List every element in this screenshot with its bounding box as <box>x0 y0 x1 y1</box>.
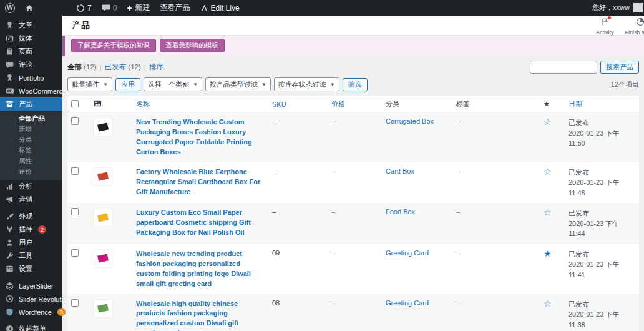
chevron-down-icon: ▼ <box>330 82 335 87</box>
sidebar-item-settings[interactable]: 设置 <box>0 262 62 275</box>
sidebar-item-media[interactable]: 媒体 <box>0 32 62 45</box>
table-row: Factory Wholesale Blue Earphone Rectangu… <box>67 162 639 204</box>
collapse-arrow-icon <box>5 325 14 331</box>
finish-setup-button[interactable]: Finish setup <box>625 17 644 36</box>
search-input[interactable] <box>530 61 597 74</box>
view-product-button[interactable]: 查看产品 <box>155 0 195 16</box>
view-sorting-link[interactable]: 排序 <box>149 63 163 71</box>
sidebar-item-products[interactable]: 产品 <box>0 97 62 111</box>
sidebar-subitem-categories[interactable]: 分类 <box>0 134 62 145</box>
row-checkbox[interactable] <box>71 167 79 175</box>
sidebar-item-slider-revolution[interactable]: Slider Revolution <box>0 292 62 305</box>
update-count: 7 <box>87 4 92 12</box>
product-name-link[interactable]: Factory Wholesale Blue Earphone Rectangu… <box>136 167 265 197</box>
sidebar-item-appearance[interactable]: 外观 <box>0 210 62 223</box>
view-affected-templates-button[interactable]: 查看受影响的模板 <box>160 39 225 52</box>
row-checkbox[interactable] <box>71 249 79 257</box>
stock-status-filter-select[interactable]: 按库存状态过滤▼ <box>274 77 339 91</box>
admin-bar: W 7 0 + 新建 查看产品 Edit Live 您好，xxww <box>0 0 644 16</box>
sidebar-subitem-all-products[interactable]: 全部产品 <box>0 113 62 124</box>
site-home-button[interactable] <box>20 0 39 16</box>
product-type-filter-select[interactable]: 按产品类型过滤▼ <box>205 77 271 91</box>
edit-live-button[interactable]: Edit Live <box>195 0 245 16</box>
sidebar-subitem-tags[interactable]: 标签 <box>0 145 62 156</box>
product-price: – <box>328 112 382 162</box>
product-sku: – <box>268 203 328 244</box>
sidebar-item-label: WooCommerce <box>19 87 66 95</box>
sidebar-item-tools[interactable]: 工具 <box>0 249 62 262</box>
product-price: – <box>328 244 382 294</box>
product-thumbnail[interactable] <box>94 299 112 318</box>
product-category-link[interactable]: Greeting Card <box>386 299 429 307</box>
sidebar-subitem-add-new[interactable]: 新增 <box>0 124 62 134</box>
featured-star-toggle[interactable]: ★ <box>544 249 552 259</box>
product-thumbnail[interactable] <box>94 249 112 268</box>
account-greeting[interactable]: 您好，xxww <box>592 3 630 12</box>
new-content-button[interactable]: + 新建 <box>122 0 155 16</box>
column-header-sku[interactable]: SKU <box>272 101 286 108</box>
sidebar-item-marketing[interactable]: 营销 <box>0 193 62 206</box>
updates-button[interactable]: 7 <box>71 0 97 16</box>
select-all-checkbox[interactable] <box>71 100 79 107</box>
learn-more-templates-button[interactable]: 了解更多关于模板的知识 <box>71 39 156 52</box>
search-products-button[interactable]: 搜索产品 <box>600 61 639 74</box>
sidebar-item-portfolio[interactable]: Portfolio <box>0 71 62 84</box>
product-price: – <box>328 203 382 244</box>
featured-star-toggle[interactable]: ☆ <box>544 167 552 177</box>
column-header-name[interactable]: 名称 <box>136 100 150 107</box>
product-category-link[interactable]: Card Box <box>386 167 414 175</box>
featured-star-toggle[interactable]: ☆ <box>544 117 552 127</box>
activity-button[interactable]: Activity <box>596 17 614 36</box>
sidebar-item-analytics[interactable]: 分析 <box>0 180 62 193</box>
row-checkbox[interactable] <box>71 208 79 215</box>
paintbrush-icon <box>5 212 14 220</box>
sidebar-item-label: 外观 <box>19 212 32 221</box>
sidebar-item-users[interactable]: 用户 <box>0 236 62 249</box>
featured-star-toggle[interactable]: ☆ <box>544 299 552 309</box>
sidebar-item-woocommerce[interactable]: WooCommerce <box>0 84 62 97</box>
status-views: 全部 (12) | 已发布 (12) | 排序 <box>67 62 163 72</box>
product-sku: 09 <box>268 244 328 294</box>
collapse-menu-button[interactable]: 收起菜单 <box>0 322 62 331</box>
product-thumbnail[interactable] <box>94 208 112 227</box>
filter-button[interactable]: 筛选 <box>343 78 368 91</box>
sidebar-item-layerslider[interactable]: LayerSlider <box>0 279 62 292</box>
column-header-date[interactable]: 日期 <box>568 100 582 107</box>
category-filter-select[interactable]: 选择一个类别▼ <box>144 77 202 91</box>
product-name-link[interactable]: Wholesale new trending product fashion p… <box>136 249 265 289</box>
sidebar-subitem-reviews[interactable]: 评价 <box>0 166 62 177</box>
comments-button[interactable]: 0 <box>97 0 122 16</box>
sidebar-item-plugins[interactable]: 插件 2 <box>0 223 62 236</box>
sidebar-item-comments[interactable]: 评论 <box>0 58 62 71</box>
product-thumbnail[interactable] <box>94 167 112 186</box>
thumbnail-image <box>97 172 109 181</box>
admin-sidebar: 文章 媒体 页面 评论 Portfolio WooCommerce 产品 全部产… <box>0 16 62 331</box>
product-category-link[interactable]: Corrugated Box <box>386 117 434 125</box>
products-submenu: 全部产品 新增 分类 标签 属性 评价 <box>0 111 62 180</box>
product-category-link[interactable]: Food Box <box>386 208 415 215</box>
featured-star-toggle[interactable]: ☆ <box>544 207 552 217</box>
thumbnail-image <box>97 213 109 222</box>
view-published-link[interactable]: 已发布 <box>105 63 127 71</box>
sidebar-item-posts[interactable]: 文章 <box>0 19 62 32</box>
sidebar-item-pages[interactable]: 页面 <box>0 45 62 58</box>
product-thumbnail[interactable] <box>94 117 112 136</box>
column-header-price[interactable]: 价格 <box>331 100 345 107</box>
layers-icon <box>5 282 14 290</box>
product-category-link[interactable]: Greeting Card <box>386 249 429 257</box>
sidebar-item-wordfence[interactable]: Wordfence 3 <box>0 305 62 319</box>
bulk-action-select[interactable]: 批量操作▼ <box>67 77 112 91</box>
product-name-link[interactable]: Wholesale high quality chinese products … <box>136 299 265 331</box>
column-header-categories: 分类 <box>386 100 399 107</box>
product-tags: – <box>452 112 540 162</box>
view-published: 已发布 (12) <box>105 62 141 72</box>
product-name-link[interactable]: Luxury Custom Eco Small Paper paperboard… <box>136 208 265 238</box>
sidebar-subitem-attributes[interactable]: 属性 <box>0 156 62 166</box>
view-all-link[interactable]: 全部 <box>67 63 82 71</box>
product-name-link[interactable]: New Trending Wholesale Custom Packaging … <box>136 117 265 157</box>
row-checkbox[interactable] <box>71 117 79 125</box>
wp-logo[interactable]: W <box>0 0 20 16</box>
apply-button[interactable]: 应用 <box>115 78 140 91</box>
product-tags: – <box>452 203 540 244</box>
row-checkbox[interactable] <box>71 299 79 307</box>
